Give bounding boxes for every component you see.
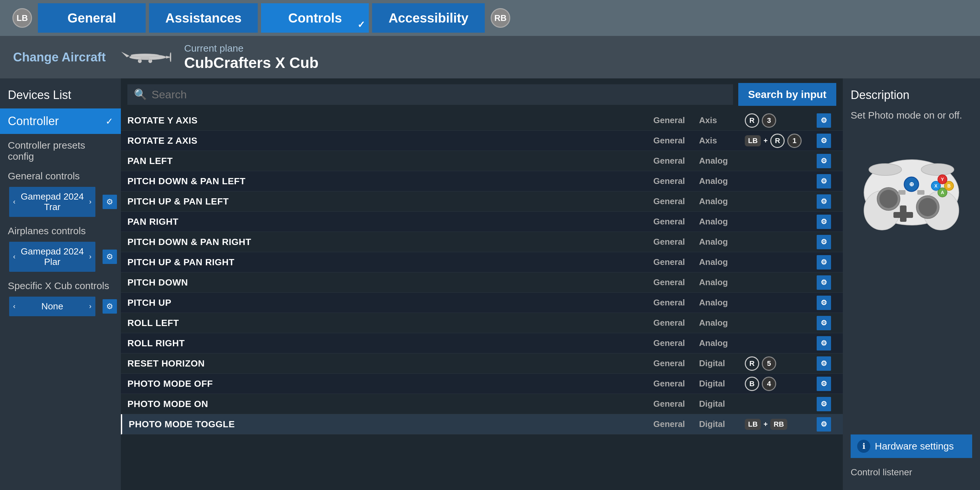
- gear-button[interactable]: ⚙: [817, 275, 831, 290]
- control-category: General: [653, 135, 699, 146]
- control-category: General: [653, 379, 699, 389]
- svg-text:B: B: [947, 183, 951, 188]
- gear-button[interactable]: ⚙: [817, 215, 831, 229]
- search-icon: 🔍: [134, 88, 147, 100]
- hardware-settings-button[interactable]: ℹ Hardware settings: [851, 434, 972, 458]
- gear-button[interactable]: ⚙: [817, 113, 831, 128]
- button-badge: R: [745, 113, 759, 128]
- table-row[interactable]: PHOTO MODE ONGeneralDigital⚙: [121, 394, 843, 414]
- next-arrow-icon2: ›: [89, 253, 91, 261]
- control-type: Digital: [699, 399, 745, 409]
- number-badge: 1: [787, 134, 802, 148]
- gear-button[interactable]: ⚙: [817, 296, 831, 310]
- control-category: General: [653, 216, 699, 227]
- control-name: PHOTO MODE OFF: [127, 379, 653, 389]
- main-content: Devices List Controller ✓ Controller pre…: [0, 78, 980, 490]
- specific-preset-label: None: [15, 301, 89, 312]
- control-type: Axis: [699, 115, 745, 126]
- control-type: Analog: [699, 237, 745, 247]
- specific-preset-gear[interactable]: ⚙: [103, 299, 117, 313]
- table-row[interactable]: PITCH UP & PAN RIGHTGeneralAnalog⚙: [121, 252, 843, 272]
- table-row[interactable]: PITCH DOWNGeneralAnalog⚙: [121, 272, 843, 293]
- search-bar: 🔍 Search by input: [121, 78, 843, 110]
- current-plane-label: Current plane: [184, 43, 318, 54]
- gear-button[interactable]: ⚙: [817, 377, 831, 391]
- specific-preset[interactable]: ‹ None ›: [9, 297, 95, 316]
- control-name: RESET HORIZON: [127, 358, 653, 369]
- gear-button[interactable]: ⚙: [817, 154, 831, 168]
- search-by-input-button[interactable]: Search by input: [738, 83, 836, 106]
- airplanes-preset[interactable]: ‹ Gamepad 2024 Plar ›: [9, 242, 95, 272]
- lb-badge[interactable]: LB: [13, 8, 32, 28]
- gear-button[interactable]: ⚙: [817, 235, 831, 249]
- general-preset[interactable]: ‹ Gamepad 2024 Trar ›: [9, 187, 95, 217]
- control-type: Digital: [699, 358, 745, 369]
- control-name: ROTATE Z AXIS: [127, 135, 653, 146]
- table-row[interactable]: PITCH DOWN & PAN RIGHTGeneralAnalog⚙: [121, 232, 843, 252]
- search-input[interactable]: [151, 88, 727, 101]
- control-type: Analog: [699, 277, 745, 288]
- number-badge: 4: [762, 377, 776, 391]
- airplanes-preset-gear[interactable]: ⚙: [103, 250, 117, 264]
- table-row[interactable]: PAN RIGHTGeneralAnalog⚙: [121, 212, 843, 232]
- gear-button[interactable]: ⚙: [817, 174, 831, 188]
- gear-button[interactable]: ⚙: [817, 417, 831, 431]
- control-name: ROTATE Y AXIS: [127, 115, 653, 126]
- table-row[interactable]: PHOTO MODE TOGGLEGeneralDigitalLB+RB⚙: [121, 414, 843, 434]
- gear-button[interactable]: ⚙: [817, 316, 831, 330]
- control-category: General: [653, 156, 699, 166]
- control-type: Analog: [699, 156, 745, 166]
- table-row[interactable]: RESET HORIZONGeneralDigitalR5⚙: [121, 353, 843, 374]
- control-category: General: [653, 277, 699, 288]
- control-type: Analog: [699, 216, 745, 227]
- devices-list-title: Devices List: [0, 85, 121, 108]
- control-category: General: [653, 115, 699, 126]
- table-row[interactable]: PITCH DOWN & PAN LEFTGeneralAnalog⚙: [121, 171, 843, 191]
- gear-button[interactable]: ⚙: [817, 134, 831, 148]
- table-row[interactable]: ROTATE Z AXISGeneralAxisLB+R1⚙: [121, 130, 843, 151]
- table-row[interactable]: PAN LEFTGeneralAnalog⚙: [121, 151, 843, 171]
- control-category: General: [653, 338, 699, 348]
- change-aircraft-button[interactable]: Change Aircraft: [13, 50, 106, 64]
- table-row[interactable]: PITCH UPGeneralAnalog⚙: [121, 293, 843, 313]
- search-wrapper[interactable]: 🔍: [127, 84, 733, 105]
- lb-button-badge: LB: [745, 135, 761, 146]
- gear-button[interactable]: ⚙: [817, 255, 831, 269]
- tab-accessibility[interactable]: Accessibility: [372, 3, 485, 33]
- table-row[interactable]: PHOTO MODE OFFGeneralDigitalB4⚙: [121, 374, 843, 394]
- general-preset-gear[interactable]: ⚙: [103, 195, 117, 209]
- gear-button[interactable]: ⚙: [817, 336, 831, 350]
- tab-controls[interactable]: Controls: [261, 3, 369, 33]
- svg-text:Y: Y: [941, 177, 944, 182]
- svg-point-5: [170, 52, 171, 62]
- rb-button-badge: RB: [770, 419, 787, 430]
- controls-area: 🔍 Search by input ROTATE Y AXISGeneralAx…: [121, 78, 843, 490]
- tab-general[interactable]: General: [38, 3, 146, 33]
- svg-point-18: [919, 198, 937, 216]
- control-category: General: [653, 298, 699, 308]
- plus-sign-icon: +: [764, 137, 768, 145]
- controls-list: ROTATE Y AXISGeneralAxisR3⚙ROTATE Z AXIS…: [121, 110, 843, 490]
- tab-assistances[interactable]: Assistances: [149, 3, 258, 33]
- rb-badge[interactable]: RB: [491, 8, 510, 28]
- table-row[interactable]: ROLL LEFTGeneralAnalog⚙: [121, 313, 843, 333]
- control-category: General: [653, 318, 699, 328]
- table-row[interactable]: PITCH UP & PAN LEFTGeneralAnalog⚙: [121, 191, 843, 212]
- svg-text:⊕: ⊕: [909, 181, 914, 188]
- control-listener-text: Control listener: [851, 465, 972, 480]
- button-badge: R: [770, 134, 785, 148]
- table-row[interactable]: ROLL RIGHTGeneralAnalog⚙: [121, 333, 843, 353]
- gear-button[interactable]: ⚙: [817, 194, 831, 209]
- plus-sign-icon: +: [764, 420, 768, 429]
- control-type: Analog: [699, 298, 745, 308]
- control-name: PITCH UP: [127, 298, 653, 308]
- sidebar-item-controller[interactable]: Controller ✓: [0, 108, 121, 134]
- prev-arrow-icon2: ‹: [13, 253, 15, 261]
- control-type: Axis: [699, 135, 745, 146]
- gear-button[interactable]: ⚙: [817, 356, 831, 371]
- gear-button[interactable]: ⚙: [817, 397, 831, 411]
- svg-rect-32: [917, 190, 924, 195]
- control-type: Analog: [699, 257, 745, 267]
- table-row[interactable]: ROTATE Y AXISGeneralAxisR3⚙: [121, 110, 843, 130]
- control-category: General: [653, 358, 699, 369]
